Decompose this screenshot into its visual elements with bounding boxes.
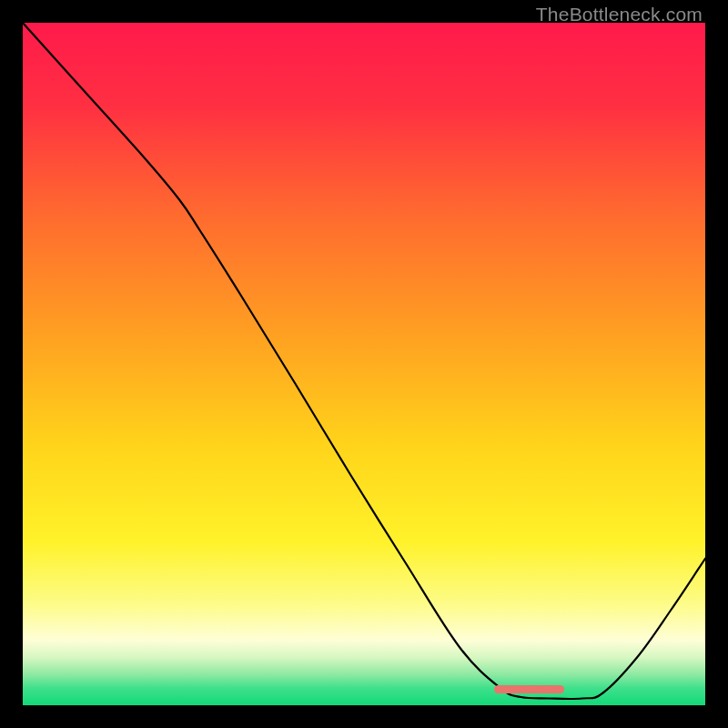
plot-area <box>23 23 705 705</box>
bottleneck-curve <box>23 23 705 699</box>
curve-layer <box>23 23 705 705</box>
chart-frame: TheBottleneck.com <box>0 0 728 728</box>
optimal-zone-marker <box>494 685 564 693</box>
